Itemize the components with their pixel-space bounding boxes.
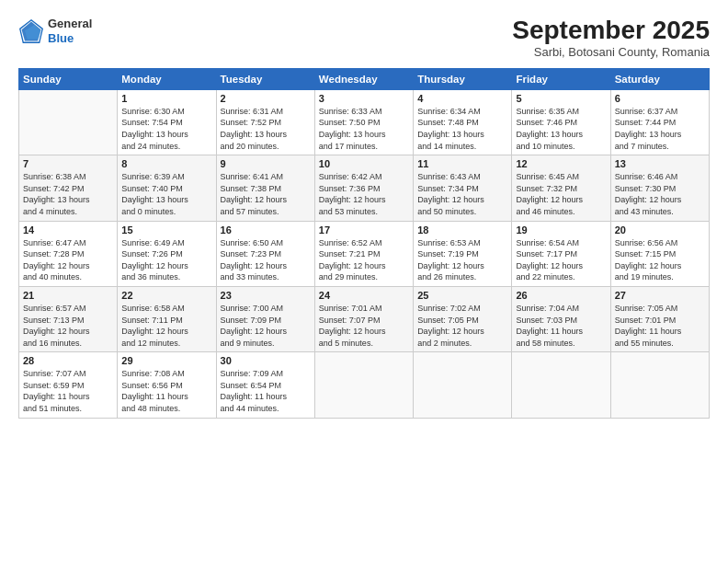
location-subtitle: Sarbi, Botosani County, Romania [512,45,710,59]
day-info: Sunrise: 6:56 AM Sunset: 7:15 PM Dayligh… [615,237,705,283]
day-info: Sunrise: 6:33 AM Sunset: 7:50 PM Dayligh… [319,106,409,152]
table-cell: 25Sunrise: 7:02 AM Sunset: 7:05 PM Dayli… [414,286,512,351]
week-row-2: 7Sunrise: 6:38 AM Sunset: 7:42 PM Daylig… [19,155,710,221]
day-number: 30 [221,355,311,366]
day-info: Sunrise: 6:38 AM Sunset: 7:42 PM Dayligh… [23,171,113,217]
day-info: Sunrise: 6:39 AM Sunset: 7:40 PM Dayligh… [121,171,211,217]
week-row-3: 14Sunrise: 6:47 AM Sunset: 7:28 PM Dayli… [19,221,710,286]
day-number: 19 [516,224,606,236]
calendar: Sunday Monday Tuesday Wednesday Thursday… [18,68,710,419]
logo-text: General Blue [48,17,92,45]
logo: General Blue [18,17,92,45]
week-row-5: 28Sunrise: 7:07 AM Sunset: 6:59 PM Dayli… [19,352,710,418]
day-info: Sunrise: 7:07 AM Sunset: 6:59 PM Dayligh… [23,368,113,414]
table-cell: 12Sunrise: 6:45 AM Sunset: 7:32 PM Dayli… [512,155,610,221]
table-cell: 6Sunrise: 6:37 AM Sunset: 7:44 PM Daylig… [610,89,709,155]
day-number: 26 [516,290,606,301]
day-info: Sunrise: 6:50 AM Sunset: 7:23 PM Dayligh… [221,237,311,283]
table-cell: 27Sunrise: 7:05 AM Sunset: 7:01 PM Dayli… [610,286,709,351]
day-info: Sunrise: 7:00 AM Sunset: 7:09 PM Dayligh… [221,303,311,349]
day-info: Sunrise: 6:46 AM Sunset: 7:30 PM Dayligh… [615,171,705,217]
table-cell: 15Sunrise: 6:49 AM Sunset: 7:26 PM Dayli… [118,221,216,286]
table-cell: 26Sunrise: 7:04 AM Sunset: 7:03 PM Dayli… [512,286,610,351]
table-cell: 3Sunrise: 6:33 AM Sunset: 7:50 PM Daylig… [314,89,413,155]
header-saturday: Saturday [610,68,709,89]
header-monday: Monday [118,68,216,89]
day-info: Sunrise: 7:01 AM Sunset: 7:07 PM Dayligh… [319,303,409,349]
table-cell [512,352,610,418]
header-thursday: Thursday [414,68,512,89]
header-friday: Friday [512,68,610,89]
day-info: Sunrise: 6:35 AM Sunset: 7:46 PM Dayligh… [516,106,606,152]
header-wednesday: Wednesday [314,68,413,89]
week-row-1: 1Sunrise: 6:30 AM Sunset: 7:54 PM Daylig… [19,89,710,155]
day-number: 8 [121,158,211,169]
day-number: 17 [319,224,409,236]
day-number: 27 [615,290,705,301]
day-info: Sunrise: 6:34 AM Sunset: 7:48 PM Dayligh… [417,106,507,152]
table-cell [414,352,512,418]
day-info: Sunrise: 6:43 AM Sunset: 7:34 PM Dayligh… [417,171,507,217]
day-number: 20 [615,224,705,236]
day-number: 5 [516,93,606,104]
table-cell: 4Sunrise: 6:34 AM Sunset: 7:48 PM Daylig… [414,89,512,155]
day-number: 14 [23,224,113,236]
table-cell: 18Sunrise: 6:53 AM Sunset: 7:19 PM Dayli… [414,221,512,286]
day-number: 1 [121,93,211,104]
table-cell: 11Sunrise: 6:43 AM Sunset: 7:34 PM Dayli… [414,155,512,221]
table-cell: 1Sunrise: 6:30 AM Sunset: 7:54 PM Daylig… [118,89,216,155]
day-info: Sunrise: 6:54 AM Sunset: 7:17 PM Dayligh… [516,237,606,283]
day-info: Sunrise: 7:08 AM Sunset: 6:56 PM Dayligh… [121,368,211,414]
day-info: Sunrise: 6:31 AM Sunset: 7:52 PM Dayligh… [221,106,311,152]
day-number: 24 [319,290,409,301]
table-cell: 21Sunrise: 6:57 AM Sunset: 7:13 PM Dayli… [19,286,118,351]
weekday-header-row: Sunday Monday Tuesday Wednesday Thursday… [19,68,710,89]
day-number: 9 [221,158,311,169]
day-info: Sunrise: 7:04 AM Sunset: 7:03 PM Dayligh… [516,303,606,349]
table-cell: 20Sunrise: 6:56 AM Sunset: 7:15 PM Dayli… [610,221,709,286]
day-info: Sunrise: 6:37 AM Sunset: 7:44 PM Dayligh… [615,106,705,152]
table-cell: 22Sunrise: 6:58 AM Sunset: 7:11 PM Dayli… [118,286,216,351]
day-number: 13 [615,158,705,169]
day-number: 25 [417,290,507,301]
table-cell: 13Sunrise: 6:46 AM Sunset: 7:30 PM Dayli… [610,155,709,221]
table-cell: 24Sunrise: 7:01 AM Sunset: 7:07 PM Dayli… [314,286,413,351]
table-cell: 23Sunrise: 7:00 AM Sunset: 7:09 PM Dayli… [216,286,314,351]
table-cell: 2Sunrise: 6:31 AM Sunset: 7:52 PM Daylig… [216,89,314,155]
table-cell [314,352,413,418]
day-number: 29 [121,355,211,366]
day-number: 10 [319,158,409,169]
table-cell: 29Sunrise: 7:08 AM Sunset: 6:56 PM Dayli… [118,352,216,418]
day-info: Sunrise: 6:52 AM Sunset: 7:21 PM Dayligh… [319,237,409,283]
logo-icon [18,18,44,44]
table-cell: 10Sunrise: 6:42 AM Sunset: 7:36 PM Dayli… [314,155,413,221]
day-number: 6 [615,93,705,104]
day-number: 28 [23,355,113,366]
table-cell [19,89,118,155]
table-cell: 9Sunrise: 6:41 AM Sunset: 7:38 PM Daylig… [216,155,314,221]
week-row-4: 21Sunrise: 6:57 AM Sunset: 7:13 PM Dayli… [19,286,710,351]
table-cell: 8Sunrise: 6:39 AM Sunset: 7:40 PM Daylig… [118,155,216,221]
day-number: 16 [221,224,311,236]
day-number: 12 [516,158,606,169]
table-cell: 14Sunrise: 6:47 AM Sunset: 7:28 PM Dayli… [19,221,118,286]
day-number: 23 [221,290,311,301]
table-cell: 28Sunrise: 7:07 AM Sunset: 6:59 PM Dayli… [19,352,118,418]
header-sunday: Sunday [19,68,118,89]
day-info: Sunrise: 6:45 AM Sunset: 7:32 PM Dayligh… [516,171,606,217]
table-cell: 16Sunrise: 6:50 AM Sunset: 7:23 PM Dayli… [216,221,314,286]
day-number: 2 [221,93,311,104]
table-cell: 30Sunrise: 7:09 AM Sunset: 6:54 PM Dayli… [216,352,314,418]
table-cell: 17Sunrise: 6:52 AM Sunset: 7:21 PM Dayli… [314,221,413,286]
day-number: 4 [417,93,507,104]
day-info: Sunrise: 6:47 AM Sunset: 7:28 PM Dayligh… [23,237,113,283]
day-number: 18 [417,224,507,236]
header-tuesday: Tuesday [216,68,314,89]
day-info: Sunrise: 6:41 AM Sunset: 7:38 PM Dayligh… [221,171,311,217]
day-number: 11 [417,158,507,169]
day-number: 3 [319,93,409,104]
month-title: September 2025 [512,17,710,45]
day-number: 15 [121,224,211,236]
day-info: Sunrise: 6:57 AM Sunset: 7:13 PM Dayligh… [23,303,113,349]
day-info: Sunrise: 6:30 AM Sunset: 7:54 PM Dayligh… [121,106,211,152]
